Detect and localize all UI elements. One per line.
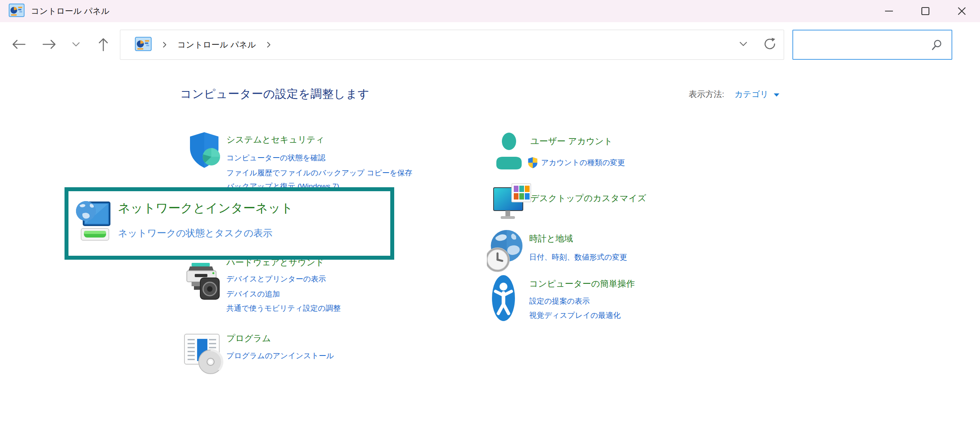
view-by-value[interactable]: カテゴリ [735, 89, 769, 100]
network-globe-monitor-icon[interactable] [76, 197, 112, 248]
search-box[interactable] [792, 30, 952, 60]
uac-shield-icon [528, 157, 538, 169]
view-by-label: 表示方法: [689, 89, 724, 100]
search-input[interactable] [797, 31, 928, 58]
control-panel-window: コントロール パネル [0, 0, 980, 422]
navigation-bar: コントロール パネル [0, 22, 980, 67]
highlight-box-network-internet[interactable]: ネットワークとインターネット ネットワークの状態とタスクの表示 [65, 187, 394, 260]
back-arrow-icon [11, 38, 27, 50]
link-change-date-time-formats[interactable]: 日付、時刻、数値形式の変更 [529, 252, 627, 262]
titlebar: コントロール パネル [0, 0, 980, 22]
category-title-ease-of-access[interactable]: コンピューターの簡単操作 [529, 278, 635, 290]
link-file-history-backup[interactable]: ファイル履歴でファイルのバックアップ コピーを保存 [226, 168, 412, 178]
forward-button[interactable] [36, 22, 63, 67]
up-button[interactable] [89, 22, 117, 67]
back-button[interactable] [5, 22, 32, 67]
link-uninstall-program[interactable]: プログラムのアンインストール [226, 351, 334, 361]
search-icon[interactable] [931, 39, 943, 53]
monitor-tiles-icon[interactable] [492, 183, 532, 226]
breadcrumb-control-panel-icon [135, 37, 152, 53]
link-change-account-type[interactable]: アカウントの種類の変更 [528, 157, 625, 169]
link-adjust-mobility-settings[interactable]: 共通で使うモビリティ設定の調整 [226, 303, 341, 314]
address-dropdown-chevron-icon[interactable] [739, 41, 748, 49]
link-check-computer-status[interactable]: コンピューターの状態を確認 [226, 153, 325, 163]
person-icon[interactable] [495, 132, 523, 178]
printer-speaker-icon[interactable] [184, 261, 221, 302]
category-title-network-internet[interactable]: ネットワークとインターネット [118, 200, 293, 217]
forward-arrow-icon [42, 38, 57, 50]
category-title-user-accounts[interactable]: ユーザー アカウント [530, 135, 613, 147]
category-title-clock-region[interactable]: 時計と地域 [529, 233, 573, 245]
minimize-button[interactable] [871, 0, 907, 22]
control-panel-icon [9, 4, 25, 19]
window-controls [871, 0, 980, 22]
window-title: コントロール パネル [31, 6, 110, 17]
link-suggest-settings[interactable]: 設定の提案の表示 [529, 296, 590, 306]
up-arrow-icon [97, 36, 109, 52]
link-add-device[interactable]: デバイスの追加 [226, 289, 280, 299]
link-optimize-visual-display[interactable]: 視覚ディスプレイの最適化 [529, 310, 621, 321]
breadcrumb-chevron-icon[interactable] [266, 41, 271, 49]
close-button[interactable] [944, 0, 980, 22]
refresh-icon[interactable] [763, 37, 777, 52]
accessibility-icon[interactable] [492, 275, 515, 323]
globe-clock-icon[interactable] [487, 229, 523, 274]
dropdown-caret-icon [773, 89, 780, 99]
category-title-programs[interactable]: プログラム [226, 333, 271, 344]
category-title-system-security[interactable]: システムとセキュリティ [226, 134, 325, 146]
page-title: コンピューターの設定を調整します [180, 86, 370, 102]
chevron-down-icon [72, 42, 80, 47]
view-by-dropdown[interactable]: カテゴリ [735, 89, 780, 100]
recent-locations-button[interactable] [65, 22, 87, 67]
link-view-network-status[interactable]: ネットワークの状態とタスクの表示 [118, 227, 272, 240]
view-by-control: 表示方法: カテゴリ [689, 89, 780, 100]
maximize-button[interactable] [907, 0, 944, 22]
address-bar[interactable]: コントロール パネル [120, 30, 784, 60]
link-view-devices-printers[interactable]: デバイスとプリンターの表示 [226, 274, 326, 284]
shield-icon[interactable] [187, 131, 225, 173]
link-change-account-type-label[interactable]: アカウントの種類の変更 [541, 158, 625, 168]
breadcrumb-chevron-icon [162, 41, 167, 49]
category-title-appearance[interactable]: デスクトップのカスタマイズ [530, 192, 646, 204]
breadcrumb-item-control-panel[interactable]: コントロール パネル [177, 39, 256, 50]
program-list-cd-icon[interactable] [183, 332, 225, 376]
